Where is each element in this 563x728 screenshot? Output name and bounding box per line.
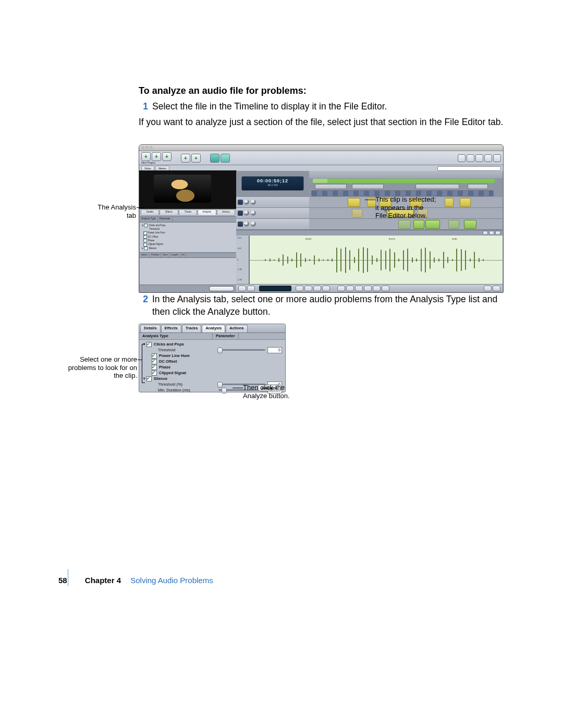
analysis-item-clicks[interactable]: ▾ Clicks and Pops [142, 224, 234, 227]
mini-btn-3[interactable] [495, 231, 500, 235]
track-3-lane[interactable] [309, 219, 503, 229]
analysis-item-clip[interactable]: Clipped Signal [142, 242, 234, 246]
p2-col-type: Analysis Type [139, 333, 213, 339]
track-icon [238, 211, 243, 216]
tab-effects[interactable]: Effects [160, 209, 178, 216]
toolbar-right-2[interactable] [467, 154, 474, 162]
extra-button-2[interactable] [382, 286, 389, 291]
eject-button[interactable] [238, 286, 246, 291]
stop-button[interactable] [322, 286, 330, 291]
p2-hum[interactable]: Power Line Hum [142, 353, 282, 359]
toolbar-view-group [210, 154, 230, 163]
zoom-in-button[interactable] [493, 286, 500, 291]
tab-actions[interactable]: Actions [217, 209, 235, 216]
p2-tab-actions[interactable]: Actions [226, 325, 248, 332]
view-button-b[interactable] [221, 154, 230, 163]
p2-tab-analysis[interactable]: Analysis [202, 325, 225, 332]
analysis-item-hum[interactable]: Power Line Hum [142, 231, 234, 235]
loop-button[interactable] [346, 286, 354, 291]
cycle-button[interactable] [355, 286, 363, 291]
tab-analysis[interactable]: Analysis [198, 209, 216, 216]
toolbar-right-5[interactable] [493, 154, 501, 162]
tab-details[interactable]: Details [141, 209, 159, 216]
results-list [140, 258, 236, 285]
fe-tick: 2.00 [237, 237, 241, 239]
results-columns: Status Problem Start Length Ch [140, 252, 236, 258]
record-button[interactable] [337, 286, 345, 291]
p2-dc[interactable]: DC Offset [142, 359, 282, 364]
pan-knob-icon[interactable] [251, 211, 256, 216]
p2-threshold-slider[interactable]: 0 [218, 347, 282, 353]
toolbar-right-4[interactable] [484, 154, 492, 162]
click-button[interactable] [364, 286, 372, 291]
p2-threshold[interactable]: Threshold 0 [142, 347, 282, 353]
search-field[interactable] [437, 166, 501, 171]
tab-tracks[interactable]: Tracks [179, 209, 197, 216]
p2-tab-tracks[interactable]: Tracks [182, 325, 202, 332]
volume-knob-icon[interactable] [244, 221, 249, 227]
results-col-4: Length [169, 253, 180, 257]
p2-silence[interactable]: ▼Silence [142, 376, 282, 381]
zoom-icon[interactable] [150, 146, 153, 149]
transport-bar [236, 284, 503, 292]
analysis-item-phase[interactable]: Phase [142, 239, 234, 242]
toolbar-right-3[interactable] [475, 154, 483, 162]
leader-line [232, 388, 243, 388]
step-1-text: Select the file in the Timeline to displ… [152, 101, 387, 113]
analysis-item-silence[interactable]: ▾ Silence [142, 246, 234, 250]
track-icon [238, 200, 243, 205]
play-button[interactable] [304, 286, 312, 291]
volume-knob-icon[interactable] [244, 211, 249, 216]
mini-btn-1[interactable] [483, 231, 488, 235]
track-2-header[interactable] [236, 208, 313, 218]
view-button-a[interactable] [210, 154, 219, 163]
timeline-ruler[interactable] [309, 171, 503, 179]
analyze-button[interactable] [209, 286, 234, 291]
left-tabs: Details Effects Tracks Analysis Actions [140, 208, 236, 217]
track-3-header[interactable] [236, 219, 313, 229]
extra-button-1[interactable] [373, 286, 381, 291]
window-controls[interactable] [141, 146, 153, 149]
mini-btn-2[interactable] [489, 231, 494, 235]
p2-clicks-and-pops[interactable]: ▼Clicks and Pops [142, 341, 282, 347]
zoom-out-button[interactable] [484, 286, 492, 291]
pan-knob-icon[interactable] [251, 221, 256, 227]
chapter-title: Solving Audio Problems [130, 576, 213, 585]
step-2: 2 In the Analysis tab, select one or mor… [139, 293, 504, 318]
time-window-button[interactable] [191, 154, 201, 163]
rewind-button[interactable] [247, 286, 255, 291]
p2-threshold-value[interactable]: 0 [267, 347, 282, 353]
new-project-button[interactable] [141, 152, 151, 161]
p2-clip[interactable]: Clipped Signal [142, 370, 282, 376]
new-audio-file-button[interactable] [152, 152, 161, 161]
close-icon[interactable] [141, 146, 144, 149]
track-1 [236, 197, 503, 208]
leader-line [142, 344, 145, 344]
p2-tab-details[interactable]: Details [140, 325, 161, 332]
timeline-tracks [236, 197, 503, 230]
step-1-note: If you want to analyze just a section of… [139, 116, 504, 129]
waveform-view[interactable]: action bonus wrap [249, 236, 503, 285]
pan-knob-icon[interactable] [251, 200, 256, 205]
toolbar-right-1[interactable] [458, 154, 466, 162]
p2-tab-effects[interactable]: Effects [161, 325, 181, 332]
timecode-value: 00:00:50;12 [242, 178, 303, 183]
analysis-col-type: Analysis Type [140, 217, 158, 222]
analysis-item-dc[interactable]: DC Offset [142, 235, 234, 239]
analysis-item-threshold[interactable]: Threshold [142, 227, 234, 231]
p2-col-param: Parameter [213, 333, 239, 339]
add-time-marker-button[interactable] [181, 154, 190, 163]
analysis-col-param: Parameter [158, 217, 173, 222]
step-2-text: In the Analysis tab, select one or more … [152, 293, 504, 318]
track-1-header[interactable] [236, 197, 313, 207]
leader-line [365, 200, 375, 200]
track-3 [236, 219, 503, 230]
p2-phase[interactable]: Phase [142, 364, 282, 370]
fe-amplitude-ruler: 2.00 1.00 0 -1.00 -2.00 [236, 236, 249, 285]
new-track-button[interactable] [162, 152, 172, 161]
minimize-icon[interactable] [145, 146, 149, 149]
volume-knob-icon[interactable] [244, 200, 249, 205]
skip-fwd-button[interactable] [313, 286, 321, 291]
skip-back-button[interactable] [296, 286, 303, 291]
step-1-number: 1 [139, 101, 148, 113]
